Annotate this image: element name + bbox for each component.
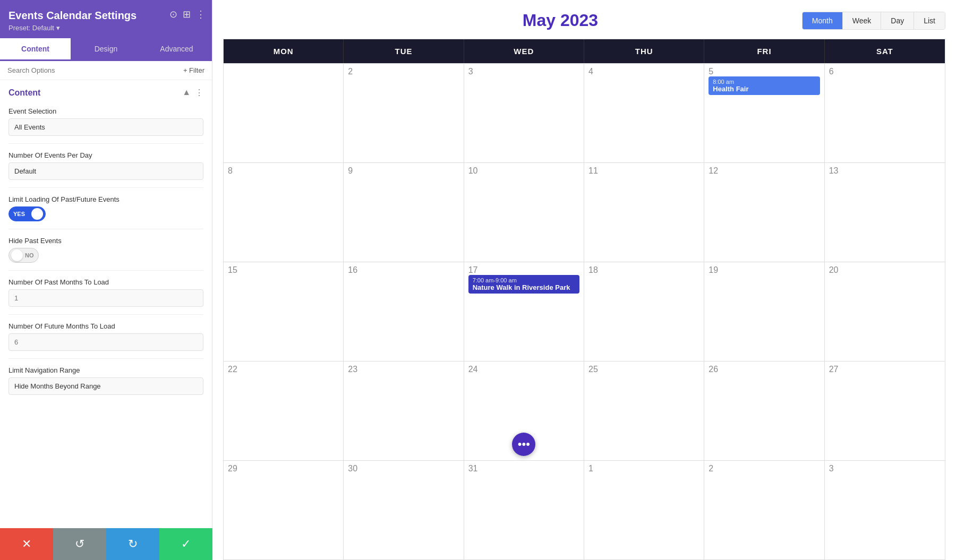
cell-may-23[interactable]: 23	[344, 361, 464, 460]
toggle-yes-label: YES	[9, 207, 29, 221]
cell-may-1[interactable]	[224, 64, 344, 162]
cell-may-15[interactable]: 15	[224, 262, 344, 361]
calendar-grid: MON TUE WED THU FRI SAT 2 3 4 5 8:00 am …	[223, 39, 945, 560]
sidebar-header: Events Calendar Settings Preset: Default…	[0, 0, 212, 38]
more-icon[interactable]: ⋮	[196, 8, 206, 20]
past-months-label: Number Of Past Months To Load	[8, 278, 203, 286]
past-months-input[interactable]	[8, 289, 203, 307]
cell-may-25[interactable]: 25	[584, 361, 704, 460]
content-section-header: Content ▲ ⋮	[0, 80, 212, 102]
event-nature-walk[interactable]: 7:00 am-9:00 am Nature Walk in Riverside…	[468, 275, 579, 294]
view-buttons: Month Week Day List	[802, 12, 945, 30]
undo-button[interactable]: ↺	[53, 528, 106, 560]
cal-row-5: 29 30 31 1 2 3	[224, 460, 945, 559]
section-title: Content	[8, 88, 40, 98]
sidebar-search-bar: + Filter	[0, 61, 212, 80]
calendar-body: 2 3 4 5 8:00 am Health Fair 6 8 9 10 11	[224, 63, 945, 559]
toggle-no-label: NO	[25, 252, 38, 259]
event-health-fair[interactable]: 8:00 am Health Fair	[709, 76, 820, 95]
past-months-group: Number Of Past Months To Load	[0, 273, 212, 312]
calendar-header: May 2023 Month Week Day List	[223, 11, 945, 30]
section-menu-icon[interactable]: ⋮	[195, 88, 203, 98]
save-button[interactable]: ✓	[159, 528, 212, 560]
cell-may-12[interactable]: 12	[704, 163, 824, 262]
cell-may-27[interactable]: 27	[825, 361, 945, 460]
cell-may-8[interactable]: 8	[224, 163, 344, 262]
cell-may-16[interactable]: 16	[344, 262, 464, 361]
limit-loading-group: Limit Loading Of Past/Future Events YES	[0, 190, 212, 227]
cal-row-4: 22 23 24 ••• 25 26 27	[224, 361, 945, 460]
cell-may-20[interactable]: 20	[825, 262, 945, 361]
cell-may-11[interactable]: 11	[584, 163, 704, 262]
calendar-days-header: MON TUE WED THU FRI SAT	[224, 39, 945, 63]
divider-6	[8, 358, 203, 359]
nav-range-group: Limit Navigation Range Hide Months Beyon…	[0, 361, 212, 400]
tab-design[interactable]: Design	[71, 38, 141, 61]
section-icons: ▲ ⋮	[182, 88, 203, 98]
layout-icon[interactable]: ⊞	[183, 8, 191, 20]
cal-row-3: 15 16 17 7:00 am-9:00 am Nature Walk in …	[224, 262, 945, 361]
hide-past-toggle-row: NO	[8, 248, 203, 263]
future-months-group: Number Of Future Months To Load	[0, 317, 212, 356]
cell-may-17[interactable]: 17 7:00 am-9:00 am Nature Walk in Rivers…	[464, 262, 584, 361]
header-wed: WED	[464, 39, 584, 63]
limit-loading-toggle[interactable]: YES	[8, 206, 46, 221]
cell-may-6[interactable]: 6	[825, 64, 945, 162]
header-tue: TUE	[344, 39, 464, 63]
cell-may-30[interactable]: 30	[344, 461, 464, 559]
toggle-no-knob	[11, 249, 23, 261]
cell-may-10[interactable]: 10	[464, 163, 584, 262]
num-events-group: Number Of Events Per Day Default	[0, 146, 212, 185]
view-day-button[interactable]: Day	[881, 12, 914, 29]
hide-past-group: Hide Past Events NO	[0, 231, 212, 268]
num-events-label: Number Of Events Per Day	[8, 151, 203, 159]
cell-may-18[interactable]: 18	[584, 262, 704, 361]
focus-icon[interactable]: ⊙	[169, 8, 177, 20]
num-events-select[interactable]: Default	[8, 162, 203, 180]
cell-may-5[interactable]: 5 8:00 am Health Fair	[704, 64, 824, 162]
tab-advanced[interactable]: Advanced	[141, 38, 212, 61]
tab-content[interactable]: Content	[0, 38, 71, 61]
view-month-button[interactable]: Month	[803, 12, 843, 29]
cell-may-19[interactable]: 19	[704, 262, 824, 361]
cell-may-22[interactable]: 22	[224, 361, 344, 460]
event-selection-group: Event Selection All Events	[0, 102, 212, 141]
divider-1	[8, 143, 203, 144]
view-list-button[interactable]: List	[914, 12, 945, 29]
sidebar-bottom-bar: ✕ ↺ ↻ ✓	[0, 528, 212, 560]
header-sat: SAT	[825, 39, 945, 63]
header-mon: MON	[224, 39, 344, 63]
cancel-button[interactable]: ✕	[0, 528, 53, 560]
divider-3	[8, 229, 203, 229]
cell-may-2[interactable]: 2	[344, 64, 464, 162]
sidebar-content: Content ▲ ⋮ Event Selection All Events N…	[0, 80, 212, 560]
cell-may-13[interactable]: 13	[825, 163, 945, 262]
divider-2	[8, 187, 203, 188]
cell-may-4[interactable]: 4	[584, 64, 704, 162]
cell-may-29[interactable]: 29	[224, 461, 344, 559]
future-months-input[interactable]	[8, 333, 203, 351]
hide-past-toggle[interactable]: NO	[8, 248, 39, 263]
cell-may-26[interactable]: 26	[704, 361, 824, 460]
cell-may-9[interactable]: 9	[344, 163, 464, 262]
hide-past-label: Hide Past Events	[8, 237, 203, 245]
cell-jun-2[interactable]: 2	[704, 461, 824, 559]
cell-jun-3[interactable]: 3	[825, 461, 945, 559]
redo-button[interactable]: ↻	[106, 528, 159, 560]
calendar-title: May 2023	[319, 11, 802, 30]
filter-button[interactable]: + Filter	[183, 66, 204, 74]
sidebar-header-icons: ⊙ ⊞ ⋮	[169, 8, 206, 20]
nav-range-select[interactable]: Hide Months Beyond Range	[8, 377, 203, 395]
collapse-icon[interactable]: ▲	[182, 88, 191, 98]
cell-may-24[interactable]: 24 •••	[464, 361, 584, 460]
event-selection-select[interactable]: All Events	[8, 118, 203, 136]
search-input[interactable]	[7, 66, 179, 74]
floating-action-button[interactable]: •••	[512, 433, 535, 456]
limit-loading-toggle-row: YES	[8, 206, 203, 221]
cell-may-31[interactable]: 31	[464, 461, 584, 559]
divider-4	[8, 270, 203, 271]
cell-jun-1[interactable]: 1	[584, 461, 704, 559]
view-week-button[interactable]: Week	[843, 12, 882, 29]
limit-loading-label: Limit Loading Of Past/Future Events	[8, 195, 203, 203]
cell-may-3[interactable]: 3	[464, 64, 584, 162]
